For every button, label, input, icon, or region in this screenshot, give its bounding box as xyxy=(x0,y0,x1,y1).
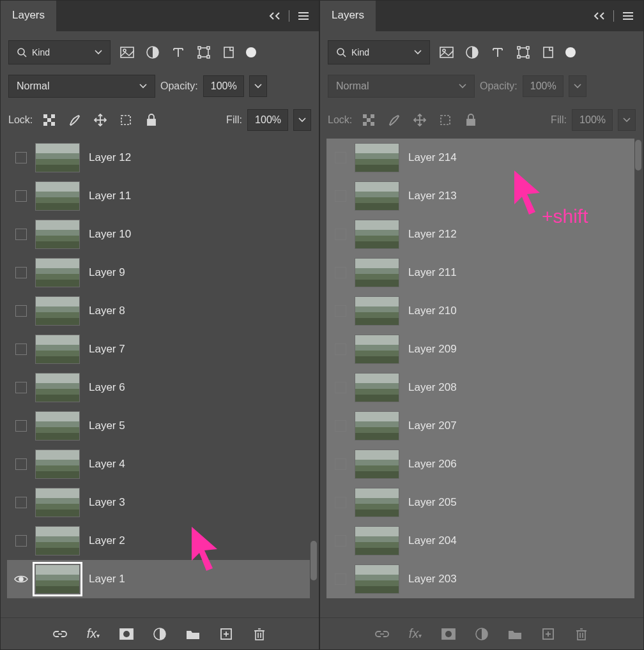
layer-name[interactable]: Layer 2 xyxy=(89,534,125,547)
lock-transparent-pixels-icon[interactable] xyxy=(40,111,58,129)
layer-thumbnail[interactable] xyxy=(355,564,399,594)
opacity-dropdown[interactable] xyxy=(249,75,267,97)
layer-name[interactable]: Layer 8 xyxy=(89,305,125,317)
layer-thumbnail[interactable] xyxy=(355,143,399,172)
layer-thumbnail[interactable] xyxy=(35,450,80,479)
layer-row[interactable]: Layer 203 xyxy=(326,560,634,598)
layer-thumbnail[interactable] xyxy=(35,373,80,402)
layer-thumbnail[interactable] xyxy=(35,526,80,556)
visibility-toggle[interactable] xyxy=(7,229,35,240)
layer-effects-icon[interactable]: fx▾ xyxy=(85,626,102,642)
layer-row[interactable]: Layer 211 xyxy=(326,253,634,292)
add-mask-icon[interactable] xyxy=(118,626,135,642)
filter-pixel-layers-icon[interactable] xyxy=(438,43,456,61)
filter-shape-layers-icon[interactable] xyxy=(514,43,532,61)
collapse-icon[interactable] xyxy=(592,8,607,24)
visibility-toggle[interactable] xyxy=(326,497,355,508)
layer-row[interactable]: Layer 7 xyxy=(7,330,310,368)
layer-thumbnail[interactable] xyxy=(355,526,399,556)
visibility-toggle[interactable] xyxy=(326,344,355,355)
layer-row[interactable]: Layer 2 xyxy=(7,522,310,560)
layer-row[interactable]: Layer 8 xyxy=(7,292,310,330)
layer-name[interactable]: Layer 203 xyxy=(408,573,457,586)
layer-name[interactable]: Layer 5 xyxy=(89,419,125,432)
layer-name[interactable]: Layer 10 xyxy=(89,228,131,241)
layer-row[interactable]: Layer 210 xyxy=(326,292,634,330)
layer-row[interactable]: Layer 1 xyxy=(7,560,310,598)
visibility-toggle[interactable] xyxy=(326,458,355,470)
layers-tab[interactable]: Layers xyxy=(320,1,376,31)
layer-name[interactable]: Layer 204 xyxy=(408,534,457,547)
layer-name[interactable]: Layer 214 xyxy=(408,151,457,164)
visibility-toggle[interactable] xyxy=(326,229,355,240)
filter-adjustment-layers-icon[interactable] xyxy=(463,43,481,61)
visibility-toggle[interactable] xyxy=(7,190,35,202)
panel-menu-icon[interactable] xyxy=(296,8,311,24)
visibility-toggle[interactable] xyxy=(326,190,355,202)
layer-row[interactable]: Layer 206 xyxy=(326,445,634,483)
layer-row[interactable]: Layer 213 xyxy=(326,177,634,215)
layer-name[interactable]: Layer 3 xyxy=(89,496,125,509)
lock-artboard-icon[interactable] xyxy=(117,111,135,129)
layer-name[interactable]: Layer 206 xyxy=(408,458,457,471)
visibility-toggle[interactable] xyxy=(326,420,355,432)
visibility-toggle[interactable] xyxy=(326,267,355,278)
new-layer-icon[interactable] xyxy=(540,626,556,642)
add-mask-icon[interactable] xyxy=(440,626,457,642)
layer-row[interactable]: Layer 5 xyxy=(7,407,310,445)
layer-row[interactable]: Layer 214 xyxy=(326,139,634,177)
layer-name[interactable]: Layer 205 xyxy=(408,496,457,509)
layer-thumbnail[interactable] xyxy=(35,411,80,441)
layer-name[interactable]: Layer 209 xyxy=(408,343,457,356)
layer-row[interactable]: Layer 9 xyxy=(7,253,310,292)
new-adjustment-layer-icon[interactable] xyxy=(151,626,168,642)
layer-row[interactable]: Layer 204 xyxy=(326,522,634,560)
layer-row[interactable]: Layer 6 xyxy=(7,368,310,407)
layer-name[interactable]: Layer 11 xyxy=(89,190,131,202)
visibility-toggle[interactable] xyxy=(7,267,35,278)
visibility-toggle[interactable] xyxy=(326,382,355,393)
visibility-toggle[interactable] xyxy=(7,420,35,432)
layer-thumbnail[interactable] xyxy=(35,296,80,326)
visibility-toggle[interactable] xyxy=(326,305,355,317)
lock-all-icon[interactable] xyxy=(142,111,160,129)
fill-input[interactable]: 100% xyxy=(247,109,288,131)
layer-row[interactable]: Layer 10 xyxy=(7,215,310,253)
layer-thumbnail[interactable] xyxy=(35,335,80,364)
link-layers-icon[interactable] xyxy=(374,626,390,642)
layer-name[interactable]: Layer 213 xyxy=(408,190,457,202)
layer-thumbnail[interactable] xyxy=(355,335,399,364)
layer-name[interactable]: Layer 211 xyxy=(408,266,457,279)
layers-tab[interactable]: Layers xyxy=(1,1,56,31)
new-group-icon[interactable] xyxy=(507,626,523,642)
layer-row[interactable]: Layer 205 xyxy=(326,483,634,522)
layer-thumbnail[interactable] xyxy=(35,143,80,172)
layer-thumbnail[interactable] xyxy=(355,450,399,479)
layer-name[interactable]: Layer 210 xyxy=(408,305,457,317)
layer-row[interactable]: Layer 209 xyxy=(326,330,634,368)
layer-thumbnail[interactable] xyxy=(355,220,399,249)
layer-thumbnail[interactable] xyxy=(35,488,80,517)
collapse-icon[interactable] xyxy=(267,8,282,24)
layer-thumbnail[interactable] xyxy=(35,258,80,287)
blend-mode-select[interactable]: Normal xyxy=(8,75,155,98)
layer-row[interactable]: Layer 207 xyxy=(326,407,634,445)
link-layers-icon[interactable] xyxy=(52,626,68,642)
layer-row[interactable]: Layer 208 xyxy=(326,368,634,407)
layer-name[interactable]: Layer 207 xyxy=(408,419,457,432)
visibility-toggle[interactable] xyxy=(7,305,35,317)
layer-filter-type-select[interactable]: Kind xyxy=(8,40,111,64)
layer-list[interactable]: Layer 12Layer 11Layer 10Layer 9Layer 8La… xyxy=(1,139,319,617)
visibility-toggle[interactable] xyxy=(7,574,35,584)
filter-smart-objects-icon[interactable] xyxy=(540,43,558,61)
lock-position-icon[interactable] xyxy=(91,111,109,129)
delete-layer-icon[interactable] xyxy=(251,626,268,642)
lock-image-pixels-icon[interactable] xyxy=(66,111,84,129)
layer-thumbnail[interactable] xyxy=(355,373,399,402)
layer-name[interactable]: Layer 1 xyxy=(89,573,125,586)
layer-thumbnail[interactable] xyxy=(355,181,399,211)
filter-toggle-switch[interactable] xyxy=(246,47,256,57)
fill-dropdown[interactable] xyxy=(293,109,311,131)
layer-name[interactable]: Layer 6 xyxy=(89,381,125,394)
layer-row[interactable]: Layer 11 xyxy=(7,177,310,215)
